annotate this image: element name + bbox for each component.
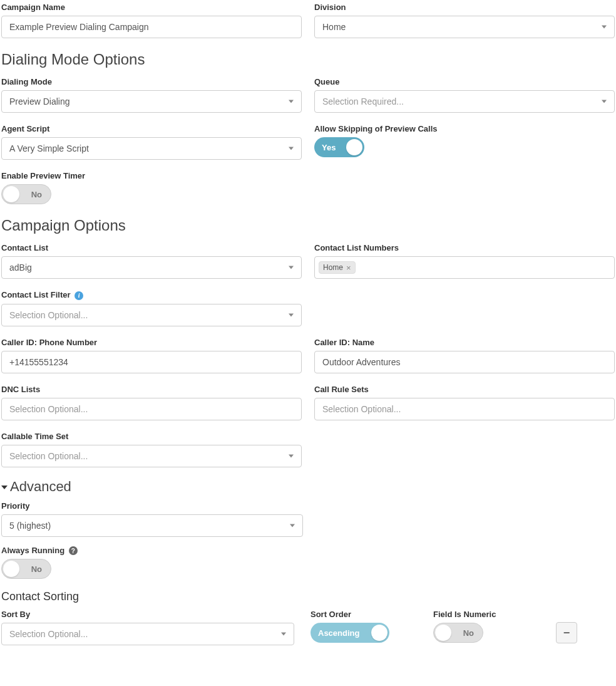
- field-is-numeric-toggle-text: No: [463, 628, 474, 638]
- sort-by-label: Sort By: [1, 610, 294, 619]
- caller-id-name-input[interactable]: [314, 351, 615, 373]
- dialing-mode-select[interactable]: Preview Dialing: [1, 90, 302, 113]
- dialing-mode-select-value: Preview Dialing: [9, 96, 69, 107]
- chevron-down-icon: [602, 100, 607, 103]
- contact-list-label: Contact List: [1, 243, 302, 252]
- priority-select-value: 5 (highest): [9, 521, 51, 531]
- caller-id-phone-label: Caller ID: Phone Number: [1, 338, 302, 347]
- agent-script-select[interactable]: A Very Simple Script: [1, 137, 302, 160]
- allow-skipping-toggle[interactable]: Yes: [314, 137, 364, 157]
- toggle-knob: [435, 625, 451, 641]
- chevron-down-icon: [602, 26, 607, 29]
- sort-by-placeholder: Selection Optional...: [9, 629, 88, 639]
- contact-list-numbers-tag: Home ×: [319, 261, 356, 274]
- always-running-toggle-text: No: [31, 564, 42, 574]
- enable-preview-timer-toggle-text: No: [31, 190, 42, 199]
- remove-sort-row-button[interactable]: −: [556, 622, 577, 643]
- sort-order-toggle[interactable]: Ascending: [311, 623, 389, 643]
- contact-list-filter-label: Contact List Filter i: [1, 290, 302, 300]
- contact-list-numbers-label: Contact List Numbers: [314, 243, 615, 252]
- caller-id-name-label: Caller ID: Name: [314, 338, 615, 347]
- always-running-label: Always Running ?: [1, 546, 302, 556]
- toggle-knob: [3, 561, 19, 577]
- field-is-numeric-toggle[interactable]: No: [433, 623, 483, 643]
- chevron-down-icon: [289, 266, 294, 269]
- queue-select[interactable]: Selection Required...: [314, 90, 615, 113]
- sort-by-select[interactable]: Selection Optional...: [1, 623, 294, 645]
- tag-remove-icon[interactable]: ×: [346, 264, 351, 272]
- allow-skipping-toggle-text: Yes: [322, 143, 336, 152]
- dnc-lists-label: DNC Lists: [1, 385, 302, 394]
- callable-time-set-label: Callable Time Set: [1, 432, 302, 441]
- tag-text: Home: [323, 263, 343, 272]
- chevron-down-icon: [281, 633, 286, 636]
- call-rule-sets-input[interactable]: [314, 398, 615, 420]
- sort-order-label: Sort Order: [311, 610, 417, 619]
- sort-order-toggle-text: Ascending: [318, 628, 359, 638]
- callable-time-set-select[interactable]: Selection Optional...: [1, 445, 302, 467]
- campaign-name-input[interactable]: [1, 16, 302, 38]
- allow-skipping-label: Allow Skipping of Preview Calls: [314, 124, 615, 133]
- toggle-knob: [371, 625, 388, 641]
- toggle-knob: [346, 139, 362, 155]
- enable-preview-timer-toggle[interactable]: No: [1, 184, 51, 204]
- caret-down-icon: [1, 486, 8, 489]
- contact-list-select-value: adBig: [9, 262, 32, 273]
- campaign-options-heading: Campaign Options: [1, 217, 615, 234]
- chevron-down-icon: [289, 313, 294, 316]
- help-icon[interactable]: ?: [69, 546, 78, 555]
- call-rule-sets-label: Call Rule Sets: [314, 385, 615, 394]
- priority-select[interactable]: 5 (highest): [1, 514, 303, 537]
- minus-icon: −: [563, 626, 570, 640]
- division-select[interactable]: Home: [314, 16, 615, 38]
- field-is-numeric-label: Field Is Numeric: [433, 610, 540, 619]
- contact-list-numbers-input[interactable]: Home ×: [314, 256, 615, 279]
- callable-time-set-placeholder: Selection Optional...: [9, 451, 88, 461]
- toggle-knob: [3, 186, 19, 202]
- agent-script-select-value: A Very Simple Script: [9, 143, 89, 153]
- campaign-name-label: Campaign Name: [1, 3, 302, 12]
- contact-list-filter-select[interactable]: Selection Optional...: [1, 304, 302, 326]
- dialing-mode-label: Dialing Mode: [1, 77, 302, 86]
- chevron-down-icon: [289, 100, 294, 103]
- division-label: Division: [314, 3, 615, 12]
- agent-script-label: Agent Script: [1, 124, 302, 133]
- advanced-toggle-heading[interactable]: Advanced: [1, 479, 615, 495]
- dialing-mode-options-heading: Dialing Mode Options: [1, 51, 615, 68]
- enable-preview-timer-label: Enable Preview Timer: [1, 171, 302, 180]
- chevron-down-icon: [289, 147, 294, 150]
- priority-label: Priority: [1, 501, 303, 511]
- queue-label: Queue: [314, 77, 615, 86]
- division-select-value: Home: [322, 22, 346, 32]
- dnc-lists-input[interactable]: [1, 398, 302, 420]
- info-icon[interactable]: i: [74, 291, 83, 300]
- chevron-down-icon: [289, 454, 294, 457]
- chevron-down-icon: [290, 524, 295, 527]
- contact-list-select[interactable]: adBig: [1, 256, 302, 279]
- contact-sorting-heading: Contact Sorting: [1, 590, 615, 603]
- contact-list-filter-placeholder: Selection Optional...: [9, 310, 88, 320]
- always-running-toggle[interactable]: No: [1, 559, 51, 579]
- queue-select-placeholder: Selection Required...: [322, 96, 404, 107]
- caller-id-phone-input[interactable]: [1, 351, 302, 373]
